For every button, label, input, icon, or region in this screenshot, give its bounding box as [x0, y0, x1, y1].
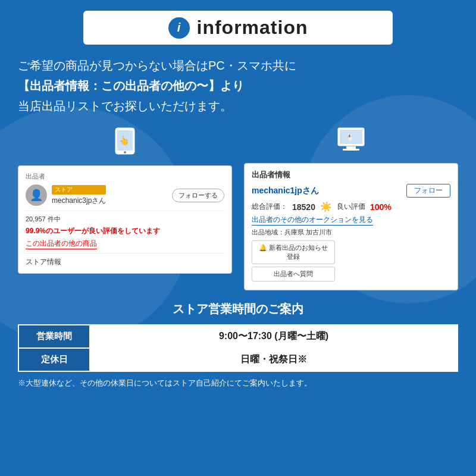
pc-auction-link[interactable]: 出品者のその他のオークションを見る	[252, 215, 373, 226]
main-instruction: ご希望の商品が見つからない場合はPC・スマホ共に 【出品者情報：この出品者の他の…	[18, 55, 458, 116]
pc-new-listing-button[interactable]: 🔔 新着出品のお知らせ登録	[252, 240, 335, 264]
mobile-follow-button[interactable]: フォローする	[172, 189, 224, 202]
hours-value-2: 日曜・祝祭日※	[90, 348, 458, 371]
information-header: i information	[83, 11, 393, 45]
pc-good-label: 良い評価	[337, 202, 365, 212]
mobile-stats: 20,957 件中	[26, 215, 224, 224]
svg-rect-6	[346, 146, 356, 149]
mobile-seller-name: mechanic3jpさん	[52, 196, 106, 206]
hours-label-1: 営業時間	[18, 325, 90, 348]
pc-screenshot-card: 出品者情報 mechanic1jpさん フォロー 総合評価： 18520 ☀️ …	[244, 163, 458, 290]
mobile-store-badge: ストア	[52, 185, 106, 195]
header-title: information	[197, 17, 308, 39]
pc-rating-label: 総合評価：	[252, 202, 287, 212]
pc-follow-button[interactable]: フォロー	[406, 184, 450, 198]
mobile-seller-name-col: ストア mechanic3jpさん	[52, 185, 106, 206]
mobile-other-items-link[interactable]: この出品者の他の商品	[26, 239, 97, 249]
smartphone-icon: 👆	[113, 127, 137, 161]
pc-seller-row: mechanic1jpさん フォロー	[252, 184, 450, 198]
pc-question-button[interactable]: 出品者へ質問	[252, 267, 335, 281]
pc-seller-name: mechanic1jpさん	[252, 186, 319, 196]
business-footnote: ※大型連休など、その他の休業日についてはストア自己紹介にてご案内いたします。	[18, 378, 458, 389]
mobile-column: 👆 出品者 👤 ストア mechanic3jpさん フォローする 2	[18, 127, 232, 274]
hours-value-1: 9:00〜17:30 (月曜〜土曜)	[90, 325, 458, 348]
hours-table: 営業時間 9:00〜17:30 (月曜〜土曜) 定休日 日曜・祝祭日※	[18, 324, 458, 372]
pc-column: 🖱️ 出品者情報 mechanic1jpさん フォロー 総合評価： 18520 …	[244, 127, 458, 290]
business-title: ストア営業時間のご案内	[18, 301, 458, 317]
svg-point-2	[124, 151, 126, 154]
mobile-store-info: ストア情報	[26, 257, 224, 267]
pc-rating-num: 18520	[292, 202, 315, 212]
business-section: ストア営業時間のご案内 営業時間 9:00〜17:30 (月曜〜土曜) 定休日 …	[18, 301, 458, 389]
svg-rect-7	[343, 149, 359, 151]
pc-section-label: 出品者情報	[252, 170, 450, 180]
hours-label-2: 定休日	[18, 348, 90, 371]
svg-text:🖱️: 🖱️	[345, 133, 354, 142]
mobile-screenshot-card: 出品者 👤 ストア mechanic3jpさん フォローする 20,957 件中…	[18, 165, 232, 274]
svg-text:👆: 👆	[119, 136, 130, 146]
hours-row-2: 定休日 日曜・祝祭日※	[18, 348, 458, 371]
mobile-seller-row: 👤 ストア mechanic3jpさん フォローする	[26, 184, 224, 206]
screenshots-row: 👆 出品者 👤 ストア mechanic3jpさん フォローする 2	[18, 127, 458, 290]
mobile-seller-left: 👤 ストア mechanic3jpさん	[26, 184, 106, 206]
mobile-section-label: 出品者	[26, 172, 224, 181]
pc-location: 出品地域：兵庫県 加古川市	[252, 228, 450, 237]
pc-good-pct: 100%	[370, 202, 392, 212]
computer-icon: 🖱️	[336, 127, 367, 158]
mobile-avatar: 👤	[26, 184, 47, 206]
hours-row-1: 営業時間 9:00〜17:30 (月曜〜土曜)	[18, 325, 458, 348]
info-icon: i	[168, 17, 190, 39]
mobile-good-rate: 99.9%のユーザーが良い評価をしています	[26, 226, 224, 236]
pc-rating-row: 総合評価： 18520 ☀️ 良い評価 100%	[252, 201, 450, 212]
